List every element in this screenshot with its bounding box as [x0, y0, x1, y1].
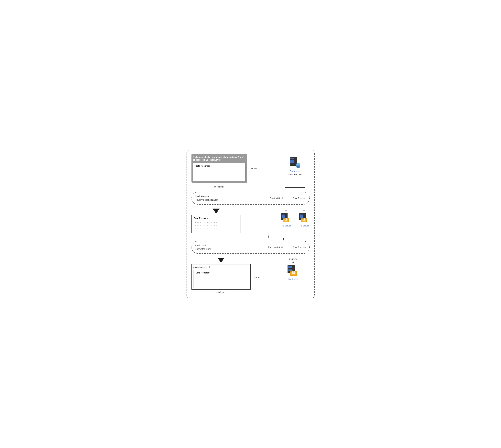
bottom-data-records-title: Data Records: [196, 272, 246, 274]
top-n-rows-label: n rows [250, 167, 257, 170]
svg-rect-55 [293, 272, 294, 272]
svg-point-8 [296, 166, 300, 168]
top-data-row-2: … … … … … … … … [196, 171, 243, 174]
combine-arrow [292, 261, 294, 264]
svg-rect-31 [300, 216, 303, 217]
shell-remove-label-oval: Shell Remove: Privacy desensitization [195, 195, 218, 202]
shell-load-oval: Shell Load: Encrypted Shell Encrypted Sh… [191, 241, 310, 254]
svg-rect-46 [288, 266, 292, 267]
bottom-file-server-icon [287, 264, 300, 277]
bottom-n-rows-label: n rows [254, 276, 260, 278]
svg-rect-39 [303, 219, 304, 220]
main-diagram-container: A plaintext shell of granularity charact… [186, 150, 315, 298]
shell-remove-oval: Shell Remove: Privacy desensitization Pl… [191, 192, 310, 205]
database-area: Database Shell Remove [280, 154, 310, 176]
top-data-records-title: Data Records: [196, 165, 243, 167]
database-icon [288, 156, 302, 169]
second-branch-area [260, 236, 310, 241]
shell-load-label: Shell Load: Encrypted Shell [195, 244, 211, 251]
plaintext-shell-box: A plaintext shell of granularity charact… [191, 154, 247, 183]
bottom-big-arrow [217, 256, 225, 263]
db-branch-area [280, 184, 310, 191]
middle-data-row-2: … … … … … … … … [194, 224, 238, 226]
oval2-data-records-col-label: Data Records [293, 246, 306, 248]
left-small-arrow [285, 209, 287, 212]
top-m-columns-label: m columns [191, 186, 247, 188]
encrypted-shell-wrapper: An encrypted shell Data Records: … … … …… [191, 264, 251, 289]
svg-rect-26 [285, 219, 286, 220]
second-branch-svg [260, 236, 310, 240]
svg-rect-37 [303, 218, 304, 219]
svg-rect-4 [290, 161, 294, 162]
middle-arrow-area [191, 207, 241, 213]
bottom-right: Combine File Server [277, 256, 310, 280]
middle-data-row-1: … … … … … … … … [194, 221, 238, 223]
bottom-file-server-label: File Server [288, 278, 298, 280]
svg-rect-5 [290, 162, 294, 163]
bottom-data-row-3: … … … … … … … … [196, 281, 246, 284]
middle-left: Data Records: … … … … … … … … … … … … … … [191, 207, 241, 233]
right-small-arrow [303, 209, 305, 212]
plaintext-shell-label: A plaintext shell of granularity charact… [193, 156, 246, 161]
svg-rect-47 [288, 267, 292, 268]
plaintext-shell-wrapper: A plaintext shell of granularity charact… [191, 154, 247, 183]
svg-rect-18 [282, 216, 285, 217]
top-section: A plaintext shell of granularity charact… [191, 154, 310, 183]
right-file-server-col: File Server [298, 208, 310, 227]
top-labels-row: m columns [191, 184, 310, 191]
svg-rect-48 [288, 269, 292, 270]
right-file-server-icon [298, 212, 310, 224]
svg-rect-24 [285, 218, 286, 219]
second-oval-top-row [191, 236, 310, 241]
svg-rect-25 [285, 219, 286, 219]
bottom-arrow-head [217, 258, 225, 263]
left-file-server-label: File Server [281, 224, 291, 227]
middle-data-row-3: … … … … … … … … [194, 227, 238, 229]
svg-rect-3 [290, 160, 294, 160]
big-arrow-down [213, 207, 220, 213]
arrow-stem-top [216, 207, 216, 208]
left-file-server-col: File Server [280, 208, 292, 227]
bottom-left: An encrypted shell Data Records: … … … …… [191, 256, 251, 293]
svg-rect-2 [290, 159, 294, 159]
middle-right: File Server [280, 207, 310, 227]
plaintext-shell-col: Plaintext Shell [270, 197, 283, 199]
middle-content: Data Records: … … … … … … … … … … … … … … [191, 207, 310, 233]
oval-right-content: Plaintext Shell Data Records [270, 197, 306, 199]
svg-rect-29 [300, 214, 303, 214]
right-file-server-label: File Server [299, 224, 309, 227]
plaintext-shell-col-label: Plaintext Shell [270, 197, 283, 199]
bottom-data-row-2: … … … … … … … … [196, 278, 246, 281]
bottom-arrow-area [191, 256, 251, 263]
oval2-right-content: Encrypted Shell Data Records [268, 246, 306, 248]
svg-rect-23 [285, 218, 287, 221]
svg-rect-17 [282, 215, 285, 216]
svg-rect-36 [303, 218, 305, 221]
svg-rect-38 [303, 219, 304, 219]
second-oval-wrapper: Shell Load: Encrypted Shell Encrypted Sh… [191, 236, 310, 254]
svg-rect-56 [293, 273, 294, 273]
data-records-col-label: Data Records [293, 197, 306, 199]
db-branch-svg [280, 184, 310, 191]
svg-point-9 [296, 163, 300, 165]
database-label: Database [290, 170, 300, 173]
encrypted-shell-outer: An encrypted shell Data Records: … … … …… [191, 264, 251, 289]
oval2-data-records-col: Data Records [293, 246, 306, 248]
top-shell-remove-label: Shell Remove [288, 173, 302, 176]
middle-data-records-title: Data Records: [194, 217, 238, 219]
bottom-data-records-box: Data Records: … … … … … … … … … … … … … … [193, 270, 249, 288]
bottom-data-row-1: … … … … … … … … [196, 275, 246, 278]
big-arrow-head [213, 208, 220, 213]
svg-rect-30 [300, 215, 303, 216]
top-data-row-1: … … … … … … … … [196, 168, 243, 171]
top-data-records-box: Data Records: … … … … … … … … … … … … … … [193, 163, 246, 181]
top-data-row-3: … … … … … … … … [196, 174, 243, 177]
left-file-server-icon [280, 212, 292, 224]
svg-rect-16 [282, 214, 285, 214]
encrypted-shell-outer-label: An encrypted shell [193, 266, 249, 268]
svg-rect-54 [293, 272, 294, 272]
middle-data-records-box: Data Records: … … … … … … … … … … … … … … [191, 215, 241, 233]
bottom-m-columns-label: m columns [191, 291, 251, 293]
combine-label: Combine [289, 258, 297, 260]
encrypted-shell-col-label: Encrypted Shell [268, 246, 283, 248]
